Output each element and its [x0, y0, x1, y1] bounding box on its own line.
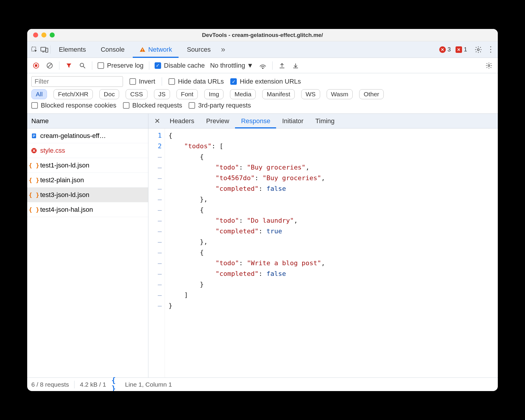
network-toolbar: Preserve log ✓Disable cache No throttlin… — [27, 58, 498, 73]
svg-point-10 — [80, 63, 84, 67]
type-pill-doc[interactable]: Doc — [99, 89, 119, 99]
transfer-size: 4.2 kB / 1 — [80, 381, 106, 388]
svg-point-5 — [477, 48, 479, 51]
request-row[interactable]: { }test3-json-ld.json — [27, 188, 148, 202]
tab-elements[interactable]: Elements — [52, 41, 93, 58]
upload-har-icon[interactable] — [278, 61, 286, 70]
line-number-gutter[interactable]: 12––––––––––––––– — [148, 128, 165, 377]
request-row[interactable]: { }test4-json-hal.json — [27, 202, 148, 217]
tab-initiator[interactable]: Initiator — [276, 114, 309, 128]
json-icon: { } — [31, 162, 37, 169]
type-pill-all[interactable]: All — [31, 89, 47, 99]
chevron-down-icon: ▼ — [247, 62, 253, 69]
tab-label: Console — [101, 46, 125, 53]
blocked-cookies-checkbox[interactable]: Blocked response cookies — [31, 102, 116, 109]
filter-input[interactable] — [31, 76, 123, 87]
code-content[interactable]: { "todos": [ { "todo": "Buy groceries", … — [165, 128, 325, 377]
tab-response[interactable]: Response — [235, 114, 276, 128]
tab-headers[interactable]: Headers — [164, 114, 200, 128]
tab-label: Initiator — [282, 117, 303, 125]
error-count: 3 — [448, 46, 451, 53]
close-detail-icon[interactable]: ✕ — [151, 117, 164, 125]
request-name: test1-json-ld.json — [40, 162, 89, 169]
json-icon: { } — [31, 177, 37, 183]
tab-label: Headers — [170, 117, 194, 125]
checkbox-icon: ✓ — [230, 78, 237, 85]
checkbox-label: Invert — [139, 78, 155, 85]
type-pill-ws[interactable]: WS — [301, 89, 320, 99]
tab-label: Timing — [315, 117, 335, 125]
request-name: test2-plain.json — [40, 176, 84, 184]
error-icon — [31, 147, 37, 154]
tab-console[interactable]: Console — [94, 41, 131, 58]
type-pill-css[interactable]: CSS — [126, 89, 147, 99]
titlebar: DevTools - cream-gelatinous-effect.glitc… — [27, 29, 498, 41]
request-name: style.css — [40, 147, 65, 154]
download-har-icon[interactable] — [291, 61, 300, 70]
settings-icon[interactable] — [474, 45, 482, 54]
checkbox-label: 3rd-party requests — [198, 102, 251, 109]
blocked-requests-checkbox[interactable]: Blocked requests — [123, 102, 182, 109]
type-pill-font[interactable]: Font — [176, 89, 198, 99]
request-row[interactable]: style.css — [27, 143, 148, 158]
device-toolbar-icon[interactable] — [40, 45, 48, 54]
type-pill-js[interactable]: JS — [154, 89, 170, 99]
hide-extension-urls-checkbox[interactable]: ✓Hide extension URLs — [230, 78, 301, 85]
checkbox-label: Hide data URLs — [178, 78, 224, 85]
tab-sources[interactable]: Sources — [180, 41, 217, 58]
svg-rect-3 — [142, 49, 143, 50]
checkbox-label: Blocked requests — [132, 102, 182, 109]
type-pill-media[interactable]: Media — [230, 89, 256, 99]
error-circle-icon: ✕ — [439, 46, 446, 53]
clear-icon[interactable] — [46, 61, 54, 70]
tab-preview[interactable]: Preview — [200, 114, 235, 128]
search-icon[interactable] — [78, 61, 87, 70]
tab-timing[interactable]: Timing — [310, 114, 341, 128]
svg-rect-16 — [33, 136, 35, 136]
close-window[interactable] — [33, 32, 38, 38]
minimize-window[interactable] — [41, 32, 46, 38]
invert-checkbox[interactable]: Invert — [129, 78, 155, 85]
checkbox-icon — [168, 78, 175, 85]
request-row[interactable]: { }test1-json-ld.json — [27, 158, 148, 173]
preserve-log-checkbox[interactable]: Preserve log — [98, 62, 144, 69]
throttling-select[interactable]: No throttling▼ — [210, 62, 253, 69]
json-icon: { } — [31, 206, 37, 213]
column-header: Name — [31, 117, 49, 125]
window-title: DevTools - cream-gelatinous-effect.glitc… — [27, 32, 498, 38]
issue-badge[interactable]: ✕ 1 — [456, 46, 467, 53]
type-pill-manifest[interactable]: Manifest — [262, 89, 294, 99]
request-list-header[interactable]: Name — [27, 114, 148, 128]
document-icon — [31, 133, 37, 139]
tab-network[interactable]: Network — [133, 42, 179, 58]
error-badge[interactable]: ✕ 3 — [439, 46, 451, 53]
filter-icon[interactable] — [65, 61, 73, 70]
type-pill-fetchxhr[interactable]: Fetch/XHR — [54, 89, 93, 99]
more-tabs-icon[interactable]: » — [219, 45, 227, 54]
type-pill-img[interactable]: Img — [204, 89, 223, 99]
request-row[interactable]: { }test2-plain.json — [27, 173, 148, 188]
tab-label: Response — [241, 117, 270, 125]
warning-icon — [139, 46, 146, 53]
hide-data-urls-checkbox[interactable]: Hide data URLs — [168, 78, 224, 85]
svg-point-13 — [488, 65, 490, 66]
inspect-icon[interactable] — [30, 45, 38, 54]
pretty-print-icon[interactable]: { } — [111, 380, 120, 389]
svg-rect-4 — [142, 51, 143, 51]
kebab-menu-icon[interactable]: ⋮ — [487, 45, 495, 54]
type-pill-wasm[interactable]: Wasm — [327, 89, 353, 99]
checkbox-label: Disable cache — [164, 62, 205, 69]
split-pane: Name cream-gelatinous-eff…style.css{ }te… — [27, 114, 498, 377]
disable-cache-checkbox[interactable]: ✓Disable cache — [155, 62, 205, 69]
request-row[interactable]: cream-gelatinous-eff… — [27, 128, 148, 143]
type-pill-other[interactable]: Other — [359, 89, 384, 99]
third-party-checkbox[interactable]: 3rd-party requests — [189, 102, 251, 109]
response-body[interactable]: 12––––––––––––––– { "todos": [ { "todo":… — [148, 128, 498, 377]
zoom-window[interactable] — [50, 32, 55, 38]
checkbox-icon — [98, 62, 104, 69]
request-count: 6 / 8 requests — [31, 381, 69, 388]
record-icon[interactable] — [32, 61, 40, 70]
network-conditions-icon[interactable] — [259, 61, 267, 70]
panel-settings-icon[interactable] — [485, 61, 493, 70]
issue-count: 1 — [464, 46, 467, 53]
